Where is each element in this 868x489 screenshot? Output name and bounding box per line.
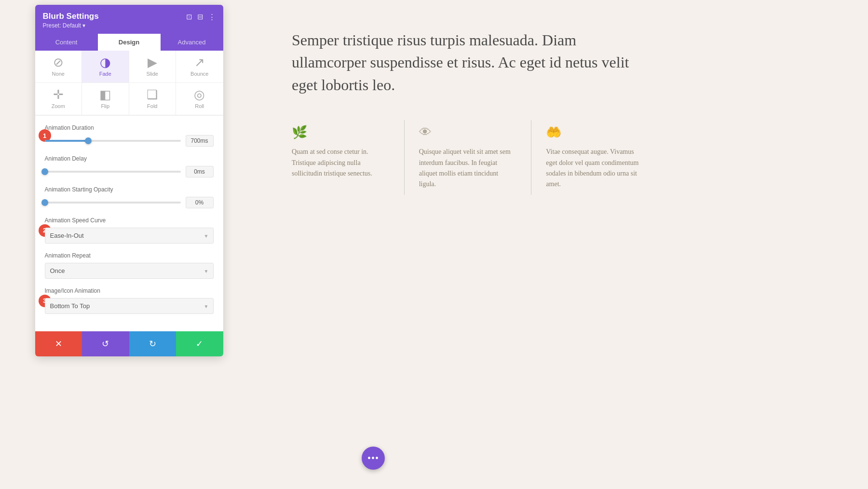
animation-type-grid: ⊘ None ◑ Fade ▶ Slide ↗ Bounce ✛ Zoom: [35, 51, 223, 116]
duration-slider-track[interactable]: [45, 140, 181, 142]
tab-design[interactable]: Design: [98, 34, 161, 51]
opacity-slider-row: 0%: [45, 197, 214, 208]
tabs: Content Design Advanced: [35, 34, 223, 51]
repeat-select[interactable]: Once Loop Never: [45, 263, 214, 279]
opacity-label: Animation Starting Opacity: [45, 186, 214, 193]
duration-label: Animation Duration: [45, 124, 214, 131]
redo-button[interactable]: ↻: [129, 331, 176, 356]
panel-header: Blurb Settings Preset: Default ▾ ⊡ ⊟ ⋮: [35, 5, 223, 34]
tab-advanced[interactable]: Advanced: [161, 34, 223, 51]
duration-slider-row: 700ms: [45, 135, 214, 147]
anim-flip[interactable]: ◧ Flip: [82, 83, 129, 115]
anim-fade[interactable]: ◑ Fade: [82, 51, 129, 83]
anim-bounce-label: Bounce: [190, 71, 208, 77]
undo-button[interactable]: ↺: [82, 331, 129, 356]
duration-control-row: 1 Animation Duration 700ms: [45, 124, 214, 147]
icon-anim-select[interactable]: None Bottom To Top Top To Bottom Left To…: [45, 298, 214, 314]
duration-slider-fill: [45, 140, 88, 142]
tab-content[interactable]: Content: [35, 34, 98, 51]
delay-slider-row: 0ms: [45, 166, 214, 177]
left-panel: Blurb Settings Preset: Default ▾ ⊡ ⊟ ⋮ C…: [0, 0, 258, 489]
anim-slide-icon: ▶: [148, 56, 157, 69]
anim-flip-label: Flip: [101, 103, 109, 109]
card-1-icon: 🌿: [292, 125, 390, 140]
speed-curve-label: Animation Speed Curve: [45, 217, 214, 224]
icon-anim-control: Image/Icon Animation None Bottom To Top …: [45, 287, 214, 314]
opacity-slider-track[interactable]: [45, 202, 181, 204]
speed-curve-control: Animation Speed Curve Linear Ease Ease-I…: [45, 217, 214, 244]
anim-zoom-icon: ✛: [53, 89, 64, 101]
card-2-text: Quisque aliquet velit sit amet sem inter…: [419, 147, 517, 190]
card-3-icon: 🤲: [546, 125, 644, 140]
anim-fold-label: Fold: [147, 103, 157, 109]
settings-panel: Blurb Settings Preset: Default ▾ ⊡ ⊟ ⋮ C…: [35, 5, 223, 356]
card-2-icon: 👁: [419, 125, 517, 140]
delay-control: Animation Delay 0ms: [45, 155, 214, 177]
anim-slide[interactable]: ▶ Slide: [129, 51, 176, 83]
controls-section: 1 Animation Duration 700ms: [35, 116, 223, 331]
anim-none[interactable]: ⊘ None: [35, 51, 82, 83]
speed-curve-control-row: 2 Animation Speed Curve Linear Ease Ease…: [45, 217, 214, 244]
fullscreen-icon[interactable]: ⊡: [186, 13, 192, 21]
card-3: 🤲 Vitae consequat augue. Vivamus eget do…: [531, 120, 658, 195]
right-content: Semper tristique risus turpis malesuada.…: [258, 0, 868, 489]
card-2: 👁 Quisque aliquet velit sit amet sem int…: [405, 120, 532, 195]
anim-fold[interactable]: ❑ Fold: [129, 83, 176, 115]
anim-zoom[interactable]: ✛ Zoom: [35, 83, 82, 115]
opacity-value[interactable]: 0%: [186, 197, 214, 208]
cancel-button[interactable]: ✕: [35, 331, 82, 356]
card-3-text: Vitae consequat augue. Vivamus eget dolo…: [546, 147, 644, 190]
anim-roll[interactable]: ◎ Roll: [176, 83, 223, 115]
panel-toolbar: ✕ ↺ ↻ ✓: [35, 331, 223, 356]
icon-anim-select-wrapper: None Bottom To Top Top To Bottom Left To…: [45, 298, 214, 314]
save-button[interactable]: ✓: [176, 331, 223, 356]
panel-header-left: Blurb Settings Preset: Default ▾: [43, 12, 99, 29]
anim-none-label: None: [52, 71, 65, 77]
delay-label: Animation Delay: [45, 155, 214, 162]
duration-control: Animation Duration 700ms: [45, 124, 214, 147]
anim-none-icon: ⊘: [53, 56, 64, 69]
speed-curve-select[interactable]: Linear Ease Ease-In Ease-Out Ease-In-Out: [45, 228, 214, 244]
repeat-label: Animation Repeat: [45, 252, 214, 259]
anim-zoom-label: Zoom: [52, 103, 65, 109]
icon-anim-control-row: 3 Image/Icon Animation None Bottom To To…: [45, 287, 214, 314]
opacity-slider-thumb[interactable]: [41, 199, 48, 206]
duration-slider-thumb[interactable]: [85, 137, 92, 144]
anim-fold-icon: ❑: [147, 89, 158, 101]
hero-text: Semper tristique risus turpis malesuada.…: [292, 29, 639, 96]
card-1: 🌿 Quam at sed conse ctetur in. Tristique…: [292, 120, 405, 195]
anim-roll-icon: ◎: [194, 89, 205, 101]
anim-fade-icon: ◑: [100, 56, 111, 69]
repeat-select-wrapper: Once Loop Never ▼: [45, 263, 214, 279]
split-icon[interactable]: ⊟: [197, 13, 203, 21]
cards-row: 🌿 Quam at sed conse ctetur in. Tristique…: [292, 120, 658, 195]
delay-slider-track[interactable]: [45, 171, 181, 173]
anim-fade-label: Fade: [99, 71, 111, 77]
floating-dots-icon: •••: [367, 453, 379, 464]
duration-value[interactable]: 700ms: [186, 135, 214, 147]
speed-curve-select-wrapper: Linear Ease Ease-In Ease-Out Ease-In-Out…: [45, 228, 214, 244]
icon-anim-label: Image/Icon Animation: [45, 287, 214, 294]
anim-bounce[interactable]: ↗ Bounce: [176, 51, 223, 83]
anim-flip-icon: ◧: [99, 89, 111, 101]
anim-slide-label: Slide: [147, 71, 158, 77]
delay-value[interactable]: 0ms: [186, 166, 214, 177]
floating-menu-button[interactable]: •••: [362, 447, 385, 470]
anim-roll-label: Roll: [195, 103, 204, 109]
panel-body: ⊘ None ◑ Fade ▶ Slide ↗ Bounce ✛ Zoom: [35, 51, 223, 331]
more-icon[interactable]: ⋮: [208, 13, 216, 21]
card-1-text: Quam at sed conse ctetur in. Tristique a…: [292, 147, 390, 179]
opacity-control: Animation Starting Opacity 0%: [45, 186, 214, 208]
panel-title: Blurb Settings: [43, 12, 99, 21]
repeat-control: Animation Repeat Once Loop Never ▼: [45, 252, 214, 279]
anim-bounce-icon: ↗: [194, 56, 205, 69]
preset-label[interactable]: Preset: Default ▾: [43, 22, 99, 29]
delay-slider-thumb[interactable]: [41, 168, 48, 175]
panel-header-icons: ⊡ ⊟ ⋮: [186, 13, 216, 21]
